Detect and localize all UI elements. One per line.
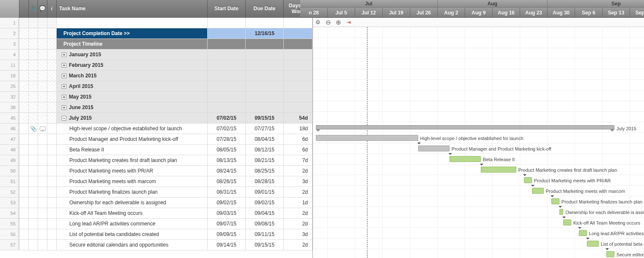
task-name-cell[interactable]: Secure editorial calendars and opportuni… — [57, 240, 208, 250]
expand-icon[interactable]: + — [62, 95, 66, 99]
expand-icon[interactable]: + — [62, 63, 66, 68]
row-number[interactable]: 46 — [0, 124, 19, 134]
days-cell[interactable]: 6d — [284, 145, 312, 155]
days-cell[interactable] — [284, 18, 312, 28]
start-date-cell[interactable] — [208, 18, 246, 28]
grid-row[interactable]: 57Secure editorial calendars and opportu… — [0, 240, 312, 250]
days-cell[interactable]: 3d — [284, 229, 312, 239]
month-header[interactable]: Jul — [300, 0, 438, 7]
row-number[interactable]: 32 — [0, 92, 19, 102]
week-header[interactable]: Jul 19 — [383, 8, 410, 17]
days-cell[interactable]: 09/04/15 — [246, 208, 284, 218]
start-date-cell[interactable]: 09/09/15 — [208, 229, 246, 239]
start-date-cell[interactable] — [208, 102, 246, 113]
days-cell[interactable]: 2d — [284, 166, 312, 176]
start-date-cell[interactable] — [208, 39, 246, 49]
grid-row[interactable]: 51Product Marketing meets with marcom08/… — [0, 176, 312, 187]
month-header[interactable]: Aug — [438, 0, 548, 7]
days-cell[interactable] — [284, 81, 312, 91]
gantt-row[interactable]: Product Marketing meets with marcom — [313, 186, 644, 196]
row-number[interactable]: 51 — [0, 176, 19, 187]
timeline-month-row[interactable]: JulAugSep — [300, 0, 644, 8]
task-name-cell[interactable]: Ownership for each deliverable is assign… — [57, 198, 208, 208]
task-name-cell[interactable]: Product Marketing meets with marcom — [57, 176, 208, 187]
week-header[interactable]: Jul 26 — [410, 8, 438, 17]
task-name-cell[interactable]: Long lead AR/PR activities commence — [57, 219, 208, 229]
gantt-row[interactable]: List of potential beta candidates create… — [313, 239, 644, 249]
task-name-cell[interactable]: +February 2015 — [57, 60, 208, 70]
days-cell[interactable]: 08/04/15 — [246, 134, 284, 144]
row-number[interactable]: 54 — [0, 208, 19, 218]
days-cell[interactable]: 08/25/15 — [246, 166, 284, 176]
task-bar[interactable]: Product Marketing meets with marcom — [532, 188, 544, 194]
row-number[interactable]: 50 — [0, 166, 19, 176]
comment-icon[interactable] — [40, 126, 46, 131]
expand-icon[interactable]: + — [62, 52, 66, 57]
row-number[interactable]: 48 — [0, 145, 19, 155]
days-cell[interactable]: 09/01/15 — [246, 187, 284, 197]
days-cell[interactable] — [284, 60, 312, 70]
expand-icon[interactable]: + — [62, 74, 66, 78]
taskname-header[interactable]: Task Name — [57, 0, 208, 18]
week-header[interactable]: Aug 2 — [438, 8, 465, 17]
days-cell[interactable] — [246, 18, 284, 28]
days-cell[interactable]: 54d — [284, 113, 312, 123]
grid-row[interactable]: 45–July 201507/02/1509/15/1554d — [0, 113, 312, 124]
days-cell[interactable]: 6d — [284, 134, 312, 144]
days-cell[interactable]: 2d — [284, 208, 312, 218]
task-bar[interactable]: Product Manager and Product Marketing ki… — [418, 145, 449, 151]
week-header[interactable]: Sep 13 — [603, 8, 630, 17]
grid-row[interactable]: 2Project Completion Date >>12/16/15 — [0, 28, 312, 39]
row-number[interactable]: 49 — [0, 155, 19, 165]
days-cell[interactable] — [284, 39, 312, 49]
week-header[interactable]: Aug 30 — [548, 8, 575, 17]
days-cell[interactable]: 2d — [284, 240, 312, 250]
grid-row[interactable]: 11+February 2015 — [0, 60, 312, 71]
row-number[interactable]: 53 — [0, 198, 19, 208]
gantt-row[interactable]: Kick-off All Team Meeting occurs — [313, 217, 644, 228]
days-cell[interactable]: 08/12/15 — [246, 145, 284, 155]
rownum-header[interactable] — [0, 0, 19, 18]
start-date-cell[interactable] — [208, 49, 246, 60]
row-number[interactable]: 25 — [0, 81, 19, 91]
task-name-cell[interactable]: Product Marketing meets with PR/AR — [57, 166, 208, 176]
start-date-cell[interactable]: 08/24/15 — [208, 166, 246, 176]
grid-row[interactable]: 53Ownership for each deliverable is assi… — [0, 198, 312, 208]
grid-row[interactable]: 48Beta Release II08/05/1508/12/156d — [0, 145, 312, 155]
days-cell[interactable]: 09/11/15 — [246, 229, 284, 239]
row-number[interactable]: 4 — [0, 49, 19, 60]
gantt-row[interactable]: Product Marketing meets with PR/AR — [313, 175, 644, 186]
task-bar[interactable]: Product Marketing finalizes launch plan — [551, 198, 559, 204]
task-name-cell[interactable]: Kick-off All Team Meeting occurs — [57, 208, 208, 218]
comment-col-header[interactable]: 💬 — [38, 0, 47, 18]
grid-row[interactable]: 18+March 2015 — [0, 71, 312, 81]
days-cell[interactable]: 08/28/15 — [246, 176, 284, 187]
gantt-row[interactable]: Secure editorial calendars and opportuni… — [313, 249, 644, 258]
days-cell[interactable] — [246, 60, 284, 70]
expand-icon[interactable]: + — [62, 105, 66, 110]
grid-row[interactable]: 4+January 2015 — [0, 49, 312, 60]
attachment-col-header[interactable]: 📎 — [29, 0, 38, 18]
start-date-cell[interactable]: 08/26/15 — [208, 176, 246, 187]
task-name-cell[interactable] — [57, 18, 208, 28]
start-date-cell[interactable]: 07/28/15 — [208, 134, 246, 144]
start-date-cell[interactable]: 07/02/15 — [208, 113, 246, 123]
week-header[interactable]: Aug 23 — [520, 8, 548, 17]
task-name-cell[interactable]: +June 2015 — [57, 102, 208, 113]
start-date-cell[interactable] — [208, 92, 246, 102]
row-number[interactable]: 52 — [0, 187, 19, 197]
grid-row[interactable]: 55Long lead AR/PR activities commence09/… — [0, 219, 312, 229]
days-cell[interactable] — [246, 39, 284, 49]
week-header[interactable]: Jul 5 — [328, 8, 355, 17]
startdate-header[interactable]: Start Date — [208, 0, 246, 18]
days-cell[interactable] — [246, 71, 284, 81]
start-date-cell[interactable]: 08/05/15 — [208, 145, 246, 155]
task-name-cell[interactable]: +January 2015 — [57, 49, 208, 60]
expand-col-header[interactable] — [19, 0, 29, 18]
start-date-cell[interactable] — [208, 28, 246, 38]
info-col-header[interactable]: i — [47, 0, 57, 18]
grid-row[interactable]: 49Product Marketing creates first draft … — [0, 155, 312, 166]
days-cell[interactable]: 12/16/15 — [246, 28, 284, 38]
week-header[interactable]: n 28 — [300, 8, 328, 17]
task-bar[interactable]: Ownership for each deliverable is assign… — [559, 209, 563, 215]
